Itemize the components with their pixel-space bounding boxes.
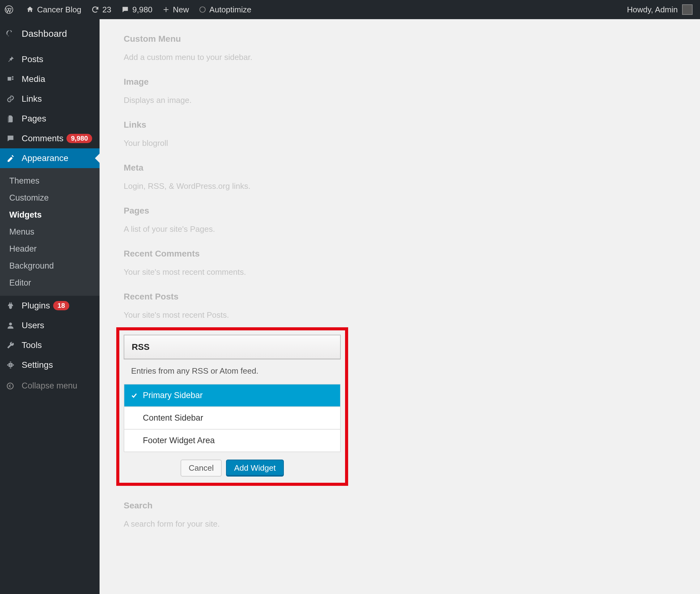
tools-icon — [6, 341, 19, 350]
menu-label: Settings — [22, 360, 53, 370]
menu-label: Pages — [22, 114, 46, 124]
widget-description: A search form for your site. — [124, 519, 676, 529]
admin-toolbar-left: Cancer Blog 23 9,980 New Autoptimize — [0, 0, 256, 19]
menu-tools[interactable]: Tools — [0, 335, 100, 355]
available-widget[interactable]: SearchA search form for your site. — [124, 501, 676, 529]
autoptimize-menu[interactable]: Autoptimize — [194, 0, 256, 19]
greeting-label: Howdy, Admin — [627, 5, 678, 14]
updates-menu[interactable]: 23 — [86, 0, 116, 19]
menu-settings[interactable]: Settings — [0, 355, 100, 375]
widget-title: Meta — [124, 163, 676, 173]
admin-sidebar: Dashboard Posts Media Links Pages Commen… — [0, 19, 100, 594]
add-widget-button[interactable]: Add Widget — [226, 460, 284, 476]
submenu-customize[interactable]: Customize — [0, 190, 100, 206]
available-widgets-list: Custom MenuAdd a custom menu to your sid… — [124, 34, 676, 320]
comment-icon — [121, 6, 129, 13]
plus-icon — [162, 6, 170, 13]
home-icon — [26, 6, 34, 13]
submenu-background[interactable]: Background — [0, 258, 100, 274]
sidebar-option-label: Footer Widget Area — [143, 436, 215, 446]
check-icon — [130, 392, 138, 399]
widget-description: Your site's most recent Posts. — [124, 310, 676, 320]
menu-plugins[interactable]: Plugins 18 — [0, 296, 100, 316]
widget-description: Your blogroll — [124, 138, 676, 148]
autoptimize-label: Autoptimize — [209, 5, 251, 14]
menu-posts[interactable]: Posts — [0, 50, 100, 69]
widget-rss-chooser: RSS Entries from any RSS or Atom feed. P… — [116, 327, 348, 486]
available-widget[interactable]: PagesA list of your site's Pages. — [124, 206, 676, 234]
svg-point-2 — [9, 323, 12, 325]
collapse-menu[interactable]: Collapse menu — [0, 375, 100, 397]
comments-count: 9,980 — [132, 5, 152, 14]
sidebar-option[interactable]: Primary Sidebar — [124, 385, 340, 406]
widget-title: Links — [124, 120, 676, 130]
menu-appearance[interactable]: Appearance — [0, 148, 100, 168]
appearance-submenu: Themes Customize Widgets Menus Header Ba… — [0, 168, 100, 296]
menu-pages[interactable]: Pages — [0, 109, 100, 129]
comment-icon — [6, 134, 19, 143]
comments-badge: 9,980 — [66, 134, 92, 143]
autoptimize-icon — [199, 6, 206, 13]
widget-description: Login, RSS, & WordPress.org links. — [124, 182, 676, 191]
widget-description: Add a custom menu to your sidebar. — [124, 53, 676, 62]
submenu-menus[interactable]: Menus — [0, 224, 100, 240]
updates-icon — [91, 6, 99, 13]
widget-title: Image — [124, 77, 676, 87]
menu-label: Posts — [22, 55, 43, 64]
widget-rss-description: Entries from any RSS or Atom feed. — [124, 359, 341, 384]
settings-icon — [6, 361, 19, 369]
sidebar-option[interactable]: Footer Widget Area — [124, 429, 340, 452]
comments-menu[interactable]: 9,980 — [116, 0, 157, 19]
users-icon — [6, 321, 19, 330]
menu-media[interactable]: Media — [0, 69, 100, 89]
my-account-menu[interactable]: Howdy, Admin — [622, 0, 698, 19]
widget-title: Recent Posts — [124, 292, 676, 302]
new-content-label: New — [173, 5, 189, 14]
widget-title: Recent Comments — [124, 249, 676, 259]
menu-comments[interactable]: Comments 9,980 — [0, 129, 100, 148]
widget-rss-title: RSS — [132, 342, 150, 352]
pages-icon — [6, 114, 19, 123]
menu-label: Links — [22, 94, 42, 104]
submenu-themes[interactable]: Themes — [0, 172, 100, 190]
submenu-widgets[interactable]: Widgets — [0, 206, 100, 224]
menu-label: Comments — [22, 133, 63, 143]
menu-label: Plugins — [22, 301, 50, 310]
widgets-content: Custom MenuAdd a custom menu to your sid… — [100, 19, 700, 594]
wordpress-logo-icon — [4, 5, 13, 14]
widget-rss-header[interactable]: RSS — [124, 335, 341, 359]
wp-logo-menu[interactable] — [0, 0, 21, 19]
available-widget[interactable]: Recent PostsYour site's most recent Post… — [124, 292, 676, 320]
plugins-icon — [6, 301, 19, 310]
menu-users[interactable]: Users — [0, 316, 100, 335]
widget-description: Displays an image. — [124, 96, 676, 105]
sidebar-option[interactable]: Content Sidebar — [124, 406, 340, 429]
new-content-menu[interactable]: New — [157, 0, 194, 19]
avatar — [682, 4, 693, 15]
admin-toolbar: Cancer Blog 23 9,980 New Autoptimize — [0, 0, 700, 19]
media-icon — [6, 75, 19, 84]
available-widget[interactable]: LinksYour blogroll — [124, 120, 676, 148]
submenu-editor[interactable]: Editor — [0, 274, 100, 291]
available-widget[interactable]: Recent CommentsYour site's most recent c… — [124, 249, 676, 277]
menu-label: Dashboard — [22, 28, 67, 39]
site-name-menu[interactable]: Cancer Blog — [21, 0, 86, 19]
menu-label: Tools — [22, 340, 42, 350]
link-icon — [6, 95, 19, 103]
site-name-label: Cancer Blog — [37, 5, 81, 14]
updates-count: 23 — [102, 5, 111, 14]
available-widget[interactable]: Custom MenuAdd a custom menu to your sid… — [124, 34, 676, 62]
available-widgets-list-after: SearchA search form for your site. — [124, 501, 676, 529]
submenu-header[interactable]: Header — [0, 240, 100, 258]
widget-description: A list of your site's Pages. — [124, 224, 676, 234]
available-widget[interactable]: MetaLogin, RSS, & WordPress.org links. — [124, 163, 676, 191]
collapse-icon — [6, 382, 19, 390]
admin-toolbar-right: Howdy, Admin — [622, 0, 698, 19]
menu-dashboard[interactable]: Dashboard — [0, 19, 100, 50]
cancel-button[interactable]: Cancel — [181, 460, 222, 476]
pushpin-icon — [6, 55, 19, 64]
plugins-badge: 18 — [53, 301, 69, 310]
menu-links[interactable]: Links — [0, 89, 100, 109]
menu-label: Media — [22, 74, 45, 84]
available-widget[interactable]: ImageDisplays an image. — [124, 77, 676, 105]
